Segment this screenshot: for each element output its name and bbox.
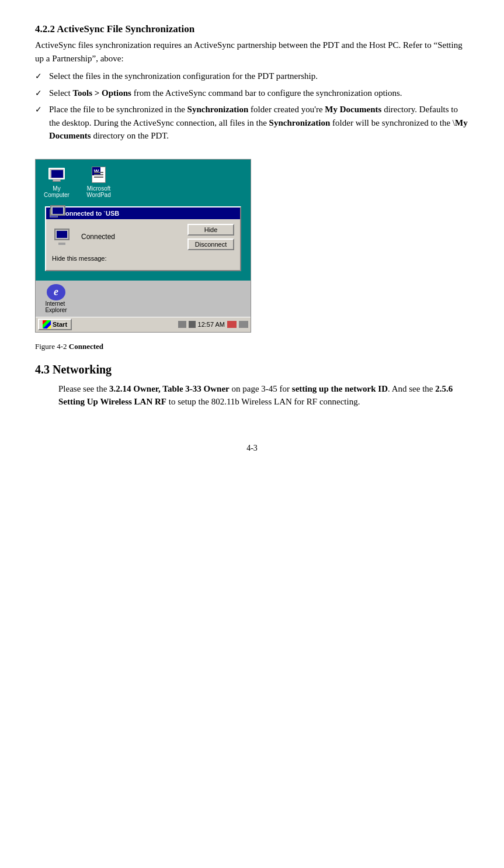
bold-text: Synchronization — [269, 118, 331, 127]
wordpad-icon-img: W — [88, 165, 109, 184]
bullet-text-3: Place the file to be synchronized in the… — [49, 103, 469, 143]
hide-row: Hide this message: — [52, 255, 234, 262]
list-item: ✓ Select the files in the synchronizatio… — [35, 70, 469, 83]
bold-text: Tools > Options — [72, 88, 131, 98]
doc-line — [94, 174, 103, 175]
bold-ref-2: setting up the network ID — [292, 384, 388, 393]
list-item: ✓ Select Tools > Options from the Active… — [35, 87, 469, 100]
taskbar: Start 12:57 AM — [36, 317, 251, 332]
computer-icon-img — [46, 165, 67, 184]
section-43-body: Please see the 3.2.14 Owner, Table 3-33 … — [58, 382, 469, 409]
section-43-title: 4.3 Networking — [35, 363, 469, 376]
start-button[interactable]: Start — [38, 319, 72, 330]
checkmark-icon: ✓ — [35, 87, 43, 99]
hide-message-label: Hide this message: — [52, 255, 107, 262]
page-number: 4-3 — [246, 444, 258, 452]
my-computer-icon: MyComputer — [41, 165, 72, 203]
page-footer: 4-3 — [35, 444, 469, 453]
dialog-buttons: Hide Disconnect — [187, 224, 234, 250]
hide-button[interactable]: Hide — [187, 224, 234, 236]
monitor-screen — [51, 170, 63, 178]
dialog-title-icon — [50, 209, 58, 217]
bullet-list: ✓ Select the files in the synchronizatio… — [35, 70, 469, 143]
ie-label: InternetExplorer — [45, 300, 67, 313]
section-42-intro: ActiveSync files synchronization require… — [35, 39, 469, 65]
clock: 12:57 AM — [198, 321, 225, 328]
ie-globe-icon: e — [47, 284, 65, 300]
monitor-body — [48, 168, 65, 179]
ie-area: e InternetExplorer — [36, 281, 251, 317]
wordpad-label: MicrosoftWordPad — [86, 185, 111, 198]
bold-text: My Documents — [49, 118, 468, 141]
doc-lines — [94, 172, 103, 179]
taskbar-icon-3 — [227, 321, 237, 328]
taskbar-icon-1 — [178, 321, 186, 328]
sm-monitor — [50, 205, 65, 216]
bullet-text-1: Select the files in the synchronization … — [49, 70, 469, 83]
disconnect-button[interactable]: Disconnect — [187, 238, 234, 250]
connected-dialog: Connected to `USB — [45, 206, 241, 271]
doc-page: W — [92, 167, 106, 183]
figure-caption: Figure 4-2 Connected — [35, 342, 469, 351]
screenshot-box: MyComputer W MicrosoftWordPad — [35, 159, 251, 333]
dialog-titlebar: Connected to `USB — [46, 208, 240, 219]
checkmark-icon: ✓ — [35, 103, 43, 116]
taskbar-icon-4 — [239, 321, 248, 328]
monitor-base — [53, 179, 61, 182]
sm-screen — [53, 208, 63, 214]
status-icon-area — [52, 226, 75, 247]
small-computer-icon — [50, 205, 57, 222]
doc-line — [94, 172, 103, 173]
dialog-title-text: Connected to `USB — [61, 210, 119, 217]
figure-label: Figure 4-2 — [35, 342, 67, 351]
bold-text: Synchronization — [187, 105, 249, 114]
desktop-area: MyComputer W MicrosoftWordPad — [36, 160, 251, 206]
bold-text: My Documents — [325, 105, 381, 114]
bold-ref-1: 3.2.14 Owner, Table 3-33 Owner — [109, 384, 230, 393]
wordpad-icon: W MicrosoftWordPad — [84, 165, 114, 203]
start-label: Start — [53, 321, 67, 328]
status-row: Connected Hide Disconnect — [52, 224, 234, 250]
checkmark-icon: ✓ — [35, 70, 43, 82]
taskbar-icon-2 — [189, 321, 196, 328]
windows-logo-icon — [43, 320, 51, 328]
section-42-title: 4.2.2 ActiveSync File Synchronization — [35, 23, 469, 35]
connected-status-text: Connected — [81, 233, 115, 241]
taskbar-right: 12:57 AM — [178, 321, 248, 328]
bullet-text-2: Select Tools > Options from the ActiveSy… — [49, 87, 469, 100]
list-item: ✓ Place the file to be synchronized in t… — [35, 103, 469, 143]
figure-bold-text: Connected — [69, 342, 103, 351]
screenshot-container: MyComputer W MicrosoftWordPad — [35, 159, 251, 333]
my-computer-label: MyComputer — [44, 185, 69, 198]
dialog-body: Connected Hide Disconnect Hide this mess… — [46, 219, 240, 270]
ie-icon: e InternetExplorer — [41, 284, 71, 313]
doc-line — [94, 177, 103, 178]
